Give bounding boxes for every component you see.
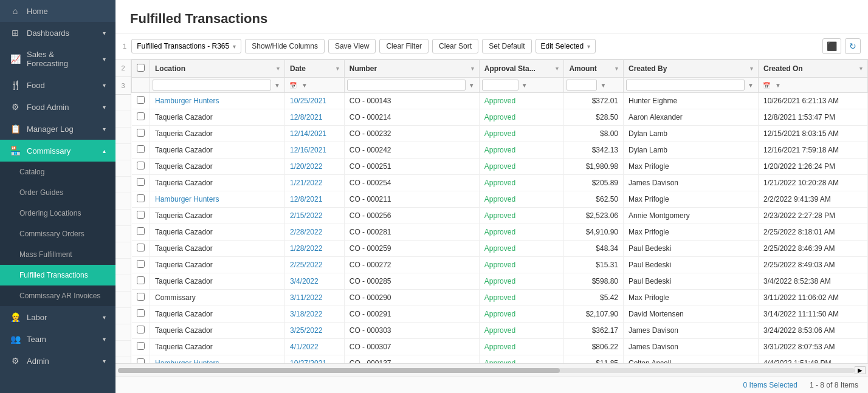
save-view-button[interactable]: Save View [328,39,376,53]
sidebar-item-labor[interactable]: 👷 Labor ▾ [0,306,115,328]
row-checkbox-cell[interactable] [132,339,150,355]
row-date[interactable]: 10/27/2021 [284,355,344,364]
filter-amount-btn[interactable]: ▼ [598,81,608,89]
sidebar-item-fulfilled-transactions[interactable]: Fulfilled Transactions [0,265,115,285]
filter-created-on-calendar-icon[interactable]: 📅 [761,81,772,89]
row-checkbox[interactable] [137,309,145,317]
row-location[interactable]: Hamburger Hunters [150,93,285,109]
row-date[interactable]: 3/18/2022 [284,306,344,323]
show-hide-columns-button[interactable]: Show/Hide Columns [245,39,325,53]
row-checkbox[interactable] [137,129,145,137]
row-date[interactable]: 12/16/2021 [284,142,344,159]
filter-approval[interactable]: ▼ [479,78,564,93]
scroll-right-btn[interactable]: ▶ [855,366,866,374]
filter-created-by[interactable]: ▼ [624,78,759,93]
row-date[interactable]: 10/25/2021 [284,93,344,109]
col-created-on[interactable]: Created On ▾ [759,60,868,78]
sidebar-item-food[interactable]: 🍴 Food ▾ [0,74,115,96]
sidebar-item-ordering-locations[interactable]: Ordering Locations [0,203,115,224]
filter-date-calendar-icon[interactable]: 📅 [288,81,298,89]
filter-approval-btn[interactable]: ▼ [520,81,529,89]
row-checkbox-cell[interactable] [132,159,150,175]
row-checkbox[interactable] [137,342,145,350]
sidebar-item-dashboards[interactable]: ⊞ Dashboards ▾ [0,22,115,44]
row-checkbox[interactable] [137,211,145,219]
sidebar-item-commissary[interactable]: 🏪 Commissary ▴ [0,140,115,162]
row-date[interactable]: 3/11/2022 [284,290,344,306]
row-date[interactable]: 2/25/2022 [284,257,344,273]
sidebar-item-order-guides[interactable]: Order Guides [0,182,115,203]
row-date[interactable]: 3/4/2022 [284,273,344,290]
row-checkbox[interactable] [137,178,145,186]
sidebar-item-commissary-ar[interactable]: Commissary AR Invoices [0,285,115,306]
sidebar-item-commissary-orders[interactable]: Commissary Orders [0,224,115,244]
row-date[interactable]: 12/8/2021 [284,109,344,126]
clear-filter-button[interactable]: Clear Filter [379,39,429,53]
sidebar-item-food-admin[interactable]: ⚙ Food Admin ▾ [0,96,115,118]
sidebar-item-team[interactable]: 👥 Team ▾ [0,328,115,350]
col-amount[interactable]: Amount ▾ [564,60,624,78]
row-checkbox-cell[interactable] [132,191,150,208]
row-checkbox-cell[interactable] [132,355,150,364]
filter-number-btn[interactable]: ▼ [467,81,477,89]
select-all-header[interactable] [132,60,150,78]
select-all-checkbox[interactable] [137,64,145,72]
row-checkbox-cell[interactable] [132,142,150,159]
filter-date[interactable]: 📅 ▼ [284,78,344,93]
sidebar-item-mass-fulfillment[interactable]: Mass Fulfillment [0,244,115,265]
filter-location-input[interactable] [153,80,271,91]
col-date[interactable]: Date ▾ [284,60,344,78]
sidebar-item-catalog[interactable]: Catalog [0,162,115,182]
row-date[interactable]: 1/20/2022 [284,159,344,175]
row-checkbox-cell[interactable] [132,323,150,339]
row-date[interactable]: 2/28/2022 [284,224,344,241]
row-checkbox[interactable] [137,145,145,153]
view-selector[interactable]: Fulfilled Transactions - R365 ▾ [131,39,241,53]
row-checkbox-cell[interactable] [132,257,150,273]
row-checkbox[interactable] [137,293,145,301]
refresh-button[interactable]: ↻ [845,38,861,54]
filter-created-by-btn[interactable]: ▼ [746,81,756,89]
row-checkbox-cell[interactable] [132,126,150,142]
filter-number[interactable]: ▼ [344,78,479,93]
edit-selected-button[interactable]: Edit Selected ▾ [536,39,596,53]
row-date[interactable]: 12/14/2021 [284,126,344,142]
row-checkbox-cell[interactable] [132,306,150,323]
row-checkbox[interactable] [137,96,145,104]
set-default-button[interactable]: Set Default [482,39,531,53]
clear-sort-button[interactable]: Clear Sort [432,39,478,53]
sidebar-item-home[interactable]: ⌂ Home [0,0,115,22]
filter-number-input[interactable] [347,80,466,91]
row-checkbox[interactable] [137,276,145,284]
row-checkbox-cell[interactable] [132,241,150,257]
row-checkbox[interactable] [137,194,145,202]
filter-date-btn[interactable]: ▼ [300,81,309,89]
row-checkbox-cell[interactable] [132,224,150,241]
horizontal-scrollbar[interactable]: ▶ [115,363,868,377]
row-checkbox-cell[interactable] [132,273,150,290]
row-location[interactable]: Hamburger Hunters [150,191,285,208]
row-date[interactable]: 1/28/2022 [284,241,344,257]
col-location[interactable]: Location ▾ [150,60,285,78]
row-checkbox[interactable] [137,244,145,251]
filter-created-on-btn[interactable]: ▼ [773,81,783,89]
filter-location[interactable]: ▼ [150,78,285,93]
row-checkbox-cell[interactable] [132,109,150,126]
filter-created-by-input[interactable] [626,80,745,91]
row-location[interactable]: Hamburger Hunters [150,355,285,364]
row-checkbox[interactable] [137,227,145,235]
filter-created-on[interactable]: 📅 ▼ [759,78,868,93]
col-created-by[interactable]: Created By ▾ [624,60,759,78]
filter-amount-input[interactable] [567,80,597,91]
row-checkbox-cell[interactable] [132,93,150,109]
row-checkbox[interactable] [137,162,145,169]
row-date[interactable]: 12/8/2021 [284,191,344,208]
row-checkbox[interactable] [137,112,145,120]
filter-location-btn[interactable]: ▼ [272,81,282,89]
filter-approval-input[interactable] [482,80,518,91]
scrollable-table[interactable]: Location ▾ Date ▾ [131,60,868,363]
row-date[interactable]: 1/21/2022 [284,175,344,191]
sidebar-item-sales[interactable]: 📈 Sales & Forecasting ▾ [0,44,115,74]
filter-amount[interactable]: ▼ [564,78,624,93]
row-checkbox[interactable] [137,358,145,363]
